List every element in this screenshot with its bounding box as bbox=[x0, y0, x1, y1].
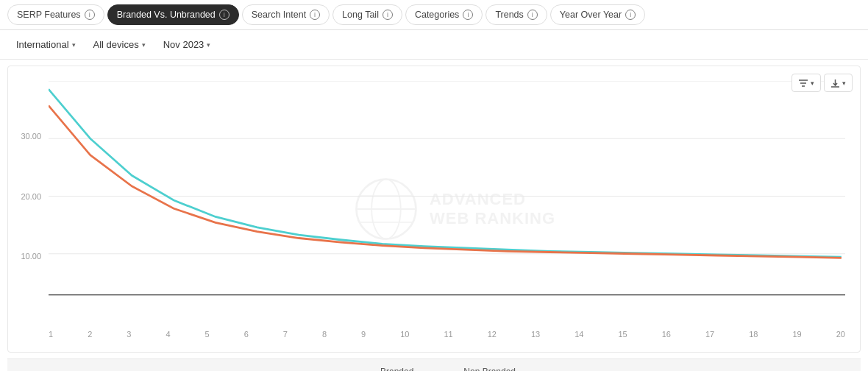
chevron-down-icon: ▾ bbox=[207, 41, 210, 49]
download-icon bbox=[830, 78, 840, 88]
filter-icon bbox=[798, 79, 808, 88]
x-label-7: 7 bbox=[283, 330, 288, 339]
y-label-20: 20.00 bbox=[21, 192, 45, 201]
tab-bar: SERP Features i Branded Vs. Unbranded i … bbox=[0, 0, 868, 30]
tab-year-over-year[interactable]: Year Over Year i bbox=[550, 4, 645, 25]
info-icon-serp: i bbox=[85, 10, 95, 20]
region-filter[interactable]: International ▾ bbox=[9, 36, 83, 53]
tab-search-intent[interactable]: Search Intent i bbox=[242, 4, 330, 25]
chevron-down-icon: ▾ bbox=[142, 41, 146, 49]
y-label-30: 30.00 bbox=[21, 132, 45, 141]
info-icon-trends: i bbox=[527, 10, 538, 20]
legend-label-non-branded: Non Branded bbox=[463, 367, 516, 371]
x-label-16: 16 bbox=[662, 330, 671, 339]
y-axis-labels: 30.00 20.00 10.00 bbox=[12, 81, 45, 311]
filter-bar: International ▾ All devices ▾ Nov 2023 ▾ bbox=[0, 30, 868, 60]
x-label-20: 20 bbox=[836, 330, 845, 339]
x-label-19: 19 bbox=[792, 330, 801, 339]
x-label-18: 18 bbox=[749, 330, 758, 339]
info-icon-categories: i bbox=[463, 10, 473, 20]
chart-area bbox=[49, 81, 845, 311]
x-label-9: 9 bbox=[361, 330, 366, 339]
tab-branded-vs-unbranded[interactable]: Branded Vs. Unbranded i bbox=[107, 4, 239, 25]
info-icon-yoy: i bbox=[625, 10, 636, 20]
info-icon-long-tail: i bbox=[383, 10, 393, 20]
chevron-down-icon: ▾ bbox=[842, 80, 846, 87]
chart-svg bbox=[49, 81, 845, 311]
x-label-15: 15 bbox=[618, 330, 627, 339]
legend-item-branded: Branded bbox=[352, 367, 413, 371]
tab-serp-features[interactable]: SERP Features i bbox=[7, 4, 104, 25]
x-label-11: 11 bbox=[444, 330, 452, 339]
device-filter[interactable]: All devices ▾ bbox=[86, 36, 153, 53]
info-icon-search-intent: i bbox=[310, 10, 320, 20]
y-label-10: 10.00 bbox=[21, 252, 45, 261]
chart-download-button[interactable]: ▾ bbox=[824, 74, 853, 92]
x-label-12: 12 bbox=[488, 330, 497, 339]
x-label-6: 6 bbox=[244, 330, 249, 339]
x-label-2: 2 bbox=[88, 330, 92, 339]
date-filter[interactable]: Nov 2023 ▾ bbox=[156, 36, 218, 53]
x-label-8: 8 bbox=[322, 330, 327, 339]
x-label-10: 10 bbox=[400, 330, 409, 339]
chevron-down-icon: ▾ bbox=[811, 80, 814, 87]
chart-legend: Branded Non Branded bbox=[7, 358, 861, 371]
legend-label-branded: Branded bbox=[380, 367, 413, 371]
x-label-14: 14 bbox=[574, 330, 583, 339]
legend-item-non-branded: Non Branded bbox=[435, 367, 516, 371]
x-axis-labels: 1 2 3 4 5 6 7 8 9 10 11 12 13 14 15 16 1… bbox=[49, 330, 845, 339]
x-label-4: 4 bbox=[166, 330, 170, 339]
x-label-3: 3 bbox=[127, 330, 131, 339]
x-label-13: 13 bbox=[531, 330, 540, 339]
x-label-1: 1 bbox=[49, 330, 53, 339]
tab-categories[interactable]: Categories i bbox=[405, 4, 483, 25]
tab-trends[interactable]: Trends i bbox=[485, 4, 547, 25]
chart-filter-button[interactable]: ▾ bbox=[791, 74, 821, 92]
info-icon-branded: i bbox=[219, 10, 230, 20]
chevron-down-icon: ▾ bbox=[72, 41, 76, 49]
x-label-17: 17 bbox=[705, 330, 714, 339]
chart-toolbar: ▾ ▾ bbox=[791, 74, 853, 92]
tab-long-tail[interactable]: Long Tail i bbox=[332, 4, 402, 25]
x-label-5: 5 bbox=[205, 330, 210, 339]
chart-container: ▾ ▾ 30.00 20.00 10.00 Advanced WEB bbox=[7, 66, 861, 353]
